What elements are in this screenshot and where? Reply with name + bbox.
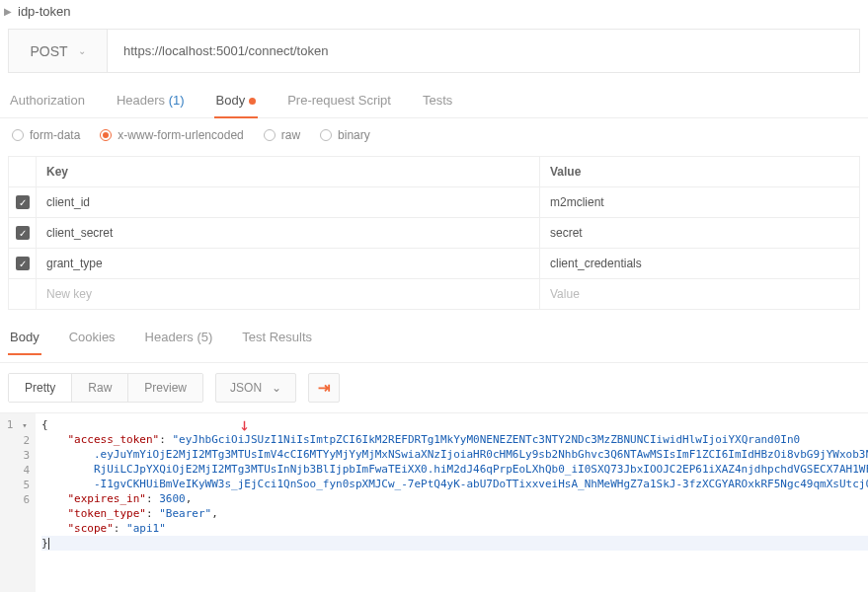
new-key-input[interactable]: New key [37, 279, 540, 309]
chevron-right-icon: ▶ [4, 6, 12, 17]
tab-body[interactable]: Body [214, 87, 259, 117]
chevron-down-icon: ⌄ [272, 381, 281, 395]
format-select[interactable]: JSON ⌄ [215, 373, 296, 403]
cell-key[interactable]: grant_type [37, 249, 540, 278]
line-gutter: 1 ▾ 2 3 4 5 6 [0, 413, 36, 592]
cell-key[interactable]: client_secret [37, 218, 540, 248]
tab-headers[interactable]: Headers (1) [115, 87, 187, 117]
radio-icon [264, 129, 276, 141]
tab-authorization[interactable]: Authorization [8, 87, 87, 117]
resp-tab-testresults[interactable]: Test Results [240, 326, 314, 354]
resp-tab-headers[interactable]: Headers (5) [143, 326, 215, 354]
new-value-input[interactable]: Value [540, 279, 859, 309]
cell-value[interactable]: secret [540, 218, 859, 248]
row-checkbox[interactable]: ✓ [16, 257, 30, 270]
table-row-new: New key Value [9, 278, 859, 309]
table-row: ✓ client_id m2mclient [9, 186, 859, 217]
column-key: Key [37, 157, 540, 186]
request-title: idp-token [18, 4, 70, 19]
chevron-down-icon: ⌄ [78, 45, 86, 56]
table-row: ✓ grant_type client_credentials [9, 248, 859, 278]
view-preview[interactable]: Preview [128, 374, 202, 402]
wrap-lines-icon: ⇥ [318, 379, 331, 397]
radio-raw[interactable]: raw [264, 128, 300, 142]
cell-value[interactable]: client_credentials [540, 249, 859, 278]
tab-tests[interactable]: Tests [421, 87, 454, 117]
cell-value[interactable]: m2mclient [540, 187, 859, 217]
radio-urlencoded[interactable]: x-www-form-urlencoded [100, 128, 243, 142]
method-select[interactable]: POST ⌄ [9, 30, 108, 72]
cell-key[interactable]: client_id [37, 187, 540, 217]
resp-tab-body[interactable]: Body [8, 326, 41, 354]
code-source[interactable]: { "access_token": "eyJhbGciOiJSUzI1NiIsI… [36, 413, 868, 592]
resp-tab-cookies[interactable]: Cookies [67, 326, 118, 354]
body-modified-dot-icon [249, 98, 256, 105]
radio-icon [12, 129, 24, 141]
row-checkbox[interactable]: ✓ [16, 226, 30, 240]
radio-icon [100, 129, 112, 141]
column-value: Value [540, 157, 859, 186]
radio-binary[interactable]: binary [320, 128, 370, 142]
method-label: POST [30, 43, 67, 59]
view-raw[interactable]: Raw [72, 374, 128, 402]
row-checkbox[interactable]: ✓ [16, 195, 30, 209]
url-input[interactable]: https://localhost:5001/connect/token [108, 30, 859, 72]
radio-formdata[interactable]: form-data [12, 128, 80, 142]
radio-icon [320, 129, 332, 141]
view-pretty[interactable]: Pretty [9, 374, 72, 402]
wrap-button[interactable]: ⇥ [308, 373, 340, 403]
tab-prerequest[interactable]: Pre-request Script [285, 87, 393, 117]
table-row: ✓ client_secret secret [9, 217, 859, 248]
response-body: 1 ▾ 2 3 4 5 6 { "access_token": "eyJhbGc… [0, 412, 868, 592]
